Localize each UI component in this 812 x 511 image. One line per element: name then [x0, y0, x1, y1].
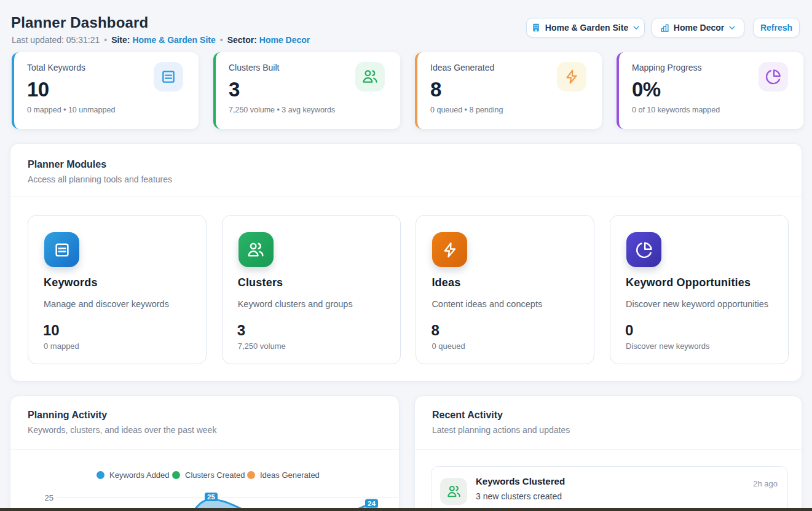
svg-text:25: 25 — [207, 493, 215, 501]
svg-text:25: 25 — [45, 493, 53, 502]
svg-text:24: 24 — [368, 500, 376, 507]
